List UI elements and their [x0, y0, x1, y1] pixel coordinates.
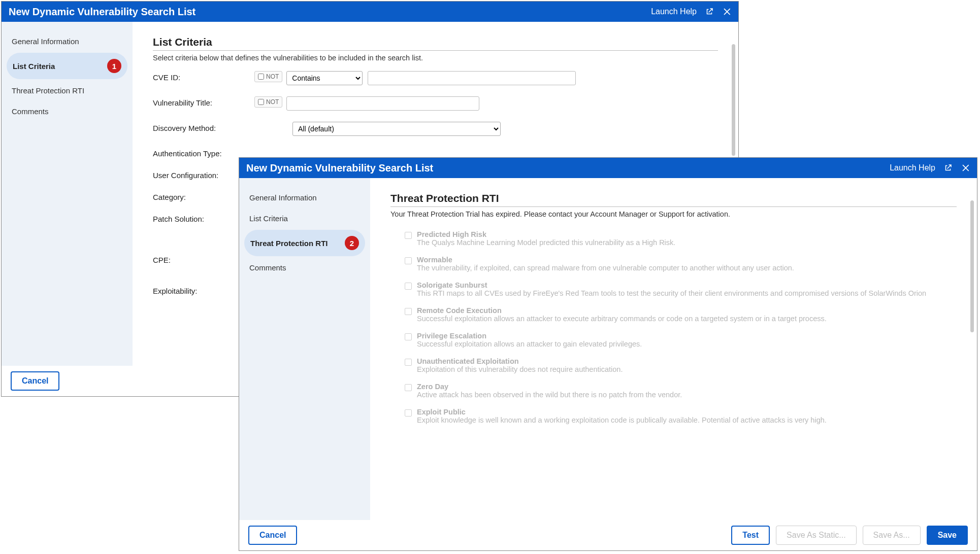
rti-item: Exploit PublicExploit knowledge is well … [390, 408, 957, 424]
rti-title: Zero Day [417, 383, 682, 391]
rti-checkbox [405, 232, 412, 239]
sidebar-item-comments[interactable]: Comments [2, 101, 133, 122]
rti-checkbox [405, 409, 412, 417]
scrollbar-thumb[interactable] [732, 44, 735, 156]
cve-operator-select[interactable]: Contains [286, 71, 363, 85]
content-pane: Threat Protection RTI Your Threat Protec… [370, 178, 977, 520]
sidebar-item-threat-rti[interactable]: Threat Protection RTI [2, 80, 133, 101]
sidebar-item-comments[interactable]: Comments [239, 257, 370, 278]
test-button[interactable]: Test [731, 526, 770, 545]
rti-title: Remote Code Execution [417, 306, 827, 315]
rti-item: Remote Code ExecutionSuccessful exploita… [390, 306, 957, 323]
rti-desc: Successful exploitation allows an attack… [417, 315, 827, 323]
row-auth: Authentication Type: [153, 147, 718, 158]
rti-title: Exploit Public [417, 408, 827, 416]
sidebar-item-general-info[interactable]: General Information [239, 187, 370, 208]
popout-icon[interactable] [942, 162, 954, 174]
rti-checkbox [405, 384, 412, 391]
rti-desc: The Qualys Machine Learning Model predic… [417, 238, 675, 247]
dialog-footer: Cancel Test Save As Static... Save As...… [239, 520, 977, 550]
sidebar-item-label: List Criteria [249, 214, 288, 223]
header-actions: Launch Help [890, 162, 972, 174]
close-icon[interactable] [961, 162, 972, 174]
rti-item: Predicted High RiskThe Qualys Machine Le… [390, 230, 957, 247]
sidebar-item-label: List Criteria [13, 62, 55, 71]
dialog-header: New Dynamic Vulnerability Search List La… [2, 2, 738, 22]
label-vuln-title: Vulnerability Title: [153, 96, 254, 107]
sidebar: General Information List Criteria Threat… [239, 178, 370, 520]
row-vuln-title: Vulnerability Title: NOT [153, 96, 718, 111]
sidebar-item-label: General Information [249, 193, 317, 202]
not-toggle-title[interactable]: NOT [254, 96, 282, 108]
rti-checkbox [405, 359, 412, 366]
rti-desc: Exploitation of this vulnerability does … [417, 365, 623, 373]
save-as-button: Save As... [863, 526, 921, 545]
launch-help-link[interactable]: Launch Help [651, 7, 697, 16]
rti-desc: The vulnerability, if exploited, can spr… [417, 264, 794, 272]
label-cve-id: CVE ID: [153, 71, 254, 82]
sidebar-item-label: Threat Protection RTI [12, 86, 84, 95]
sidebar: General Information List Criteria 1 Thre… [2, 22, 133, 366]
not-toggle-cve[interactable]: NOT [254, 71, 282, 82]
save-as-static-button: Save As Static... [776, 526, 857, 545]
callout-badge-1: 1 [107, 59, 121, 73]
save-button[interactable]: Save [927, 526, 968, 545]
rti-item: Zero DayActive attack has been observed … [390, 383, 957, 399]
label-discovery: Discovery Method: [153, 122, 254, 132]
sidebar-item-label: General Information [12, 37, 79, 46]
rti-title: Wormable [417, 256, 794, 264]
close-icon[interactable] [722, 6, 733, 17]
sidebar-item-list-criteria[interactable]: List Criteria 1 [7, 53, 127, 79]
dialog-title: New Dynamic Vulnerability Search List [9, 6, 195, 18]
content-heading: List Criteria [153, 36, 718, 51]
rti-item: WormableThe vulnerability, if exploited,… [390, 256, 957, 272]
vuln-title-input[interactable] [286, 96, 479, 111]
row-cve-id: CVE ID: NOT Contains [153, 71, 718, 85]
rti-item: Privilege EscalationSuccessful exploitat… [390, 332, 957, 348]
popout-icon[interactable] [704, 6, 715, 17]
content-heading: Threat Protection RTI [390, 192, 957, 207]
rti-checkbox [405, 283, 412, 290]
sidebar-item-label: Comments [12, 107, 49, 116]
dialog-header: New Dynamic Vulnerability Search List La… [239, 158, 977, 178]
sidebar-item-threat-rti[interactable]: Threat Protection RTI 2 [244, 230, 365, 256]
callout-badge-2: 2 [345, 236, 359, 250]
not-label: NOT [266, 98, 279, 106]
sidebar-item-list-criteria[interactable]: List Criteria [239, 208, 370, 229]
rti-title: Solorigate Sunburst [417, 281, 926, 289]
rti-title: Unauthenticated Exploitation [417, 357, 623, 365]
not-label: NOT [266, 73, 279, 80]
scrollbar-thumb[interactable] [970, 200, 974, 332]
row-discovery: Discovery Method: All (default) [153, 122, 718, 136]
launch-help-link[interactable]: Launch Help [890, 163, 935, 172]
discovery-select[interactable]: All (default) [292, 122, 501, 136]
rti-item: Solorigate SunburstThis RTI maps to all … [390, 281, 957, 297]
rti-desc: Active attack has been observed in the w… [417, 391, 682, 399]
cancel-button[interactable]: Cancel [11, 371, 59, 391]
label-auth: Authentication Type: [153, 147, 254, 158]
dialog-title: New Dynamic Vulnerability Search List [246, 162, 433, 174]
cancel-button[interactable]: Cancel [248, 526, 297, 545]
rti-checkbox [405, 257, 412, 264]
rti-desc: Successful exploitation allows an attack… [417, 340, 642, 348]
header-actions: Launch Help [651, 6, 733, 17]
sidebar-item-general-info[interactable]: General Information [2, 31, 133, 52]
content-subtext: Select criteria below that defines the v… [153, 54, 718, 62]
cve-id-input[interactable] [368, 71, 576, 85]
sidebar-item-label: Comments [249, 263, 286, 272]
content-subtext: Your Threat Protection Trial has expired… [390, 210, 957, 218]
rti-title: Privilege Escalation [417, 332, 642, 340]
not-checkbox[interactable] [258, 99, 264, 105]
rti-title: Predicted High Risk [417, 230, 675, 238]
dialog-threat-rti: New Dynamic Vulnerability Search List La… [239, 157, 977, 551]
rti-desc: This RTI maps to all CVEs used by FireEy… [417, 289, 926, 297]
not-checkbox[interactable] [258, 74, 264, 80]
rti-checkbox [405, 308, 412, 315]
rti-item: Unauthenticated ExploitationExploitation… [390, 357, 957, 373]
rti-checkbox [405, 333, 412, 340]
rti-desc: Exploit knowledge is well known and a wo… [417, 416, 827, 424]
rti-list: Predicted High RiskThe Qualys Machine Le… [390, 230, 957, 424]
sidebar-item-label: Threat Protection RTI [250, 239, 328, 248]
